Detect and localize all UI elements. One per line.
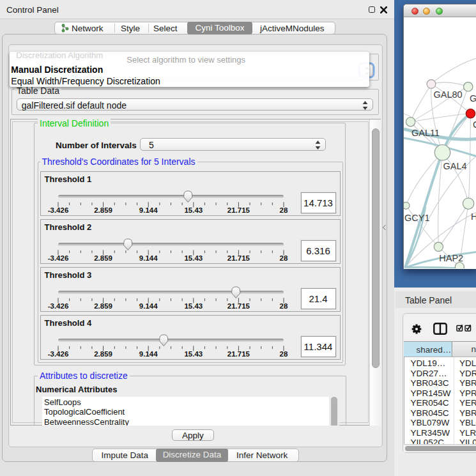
svg-text:GAL80: GAL80 <box>434 89 463 100</box>
svg-text:GAL4: GAL4 <box>443 161 467 171</box>
svg-text:GCY1: GCY1 <box>404 213 430 223</box>
svg-text:GA: GA <box>470 93 476 104</box>
svg-text:HAP2: HAP2 <box>439 253 463 263</box>
svg-text:C: C <box>473 119 476 130</box>
svg-text:H: H <box>471 211 476 222</box>
svg-text:GAL11: GAL11 <box>411 128 440 138</box>
